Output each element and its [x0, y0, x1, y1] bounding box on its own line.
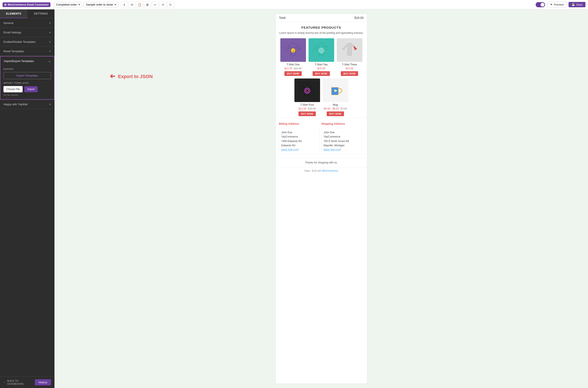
chevron-up-icon: [48, 60, 51, 62]
arrow-left-icon: ←: [3, 381, 6, 384]
product-price-2: $15.00: [308, 67, 334, 70]
product-card-3: T-Shirt Three $15.00 BUY NOW: [337, 38, 362, 76]
sidebar-bottom: ← BACK TO DASHBOARD History: [0, 376, 54, 388]
undo-icon-btn[interactable]: ↩: [152, 1, 158, 8]
total-label: Total:: [279, 16, 286, 20]
featured-title: FEATURED PRODUCTS: [279, 26, 364, 29]
product-image-4: [294, 78, 320, 102]
shipping-title: Shipping Address: [321, 121, 362, 126]
product-name-3: T-Shirt Three: [337, 63, 362, 66]
no-file-label: No file chosen: [3, 94, 51, 96]
billing-address-block: Billing Address John Doe YayCommerce 740…: [279, 121, 321, 154]
billing-address-box: John Doe YayCommerce 7400 Edwards Rd Edw…: [279, 128, 320, 154]
product-price-3: $15.00: [337, 67, 362, 70]
section-general-label: General: [3, 21, 13, 24]
product-card-4: T-Shirt Four $12.00 $15.00 BUY NOW: [294, 78, 320, 116]
section-enable-disable[interactable]: Enable/Disable Templates: [0, 37, 54, 47]
refresh-icon-btn[interactable]: ↻: [167, 1, 174, 8]
brand-name: WooCommerce Email Customizer: [8, 3, 49, 6]
toggle-switch[interactable]: [536, 2, 545, 7]
sample-order-select[interactable]: Sample order to show: [84, 2, 118, 7]
copy-icon-btn[interactable]: 📋: [136, 1, 143, 8]
import-file-row: Choose File Import: [3, 86, 51, 92]
history-button[interactable]: History: [35, 379, 51, 386]
products-grid: 🎸 T-Shirt One $12.00 $15.00 BUY NOW: [276, 37, 367, 118]
save-icon: 💾: [571, 3, 575, 6]
svg-point-2: [319, 48, 324, 53]
redo-icon-btn[interactable]: ↺: [159, 1, 166, 8]
section-happy-yaymail-label: Happy with YayMail: [3, 103, 28, 106]
buy-now-btn-2[interactable]: BUY NOW: [313, 71, 330, 76]
save-button[interactable]: 💾 Save: [568, 2, 586, 7]
product-name-2: T-Shirt Two: [308, 63, 334, 66]
billing-name: John Doe: [281, 130, 317, 135]
annotation-text: Export to JSON: [118, 74, 153, 79]
footer-text: Saga - Built with: [304, 170, 321, 172]
section-happy-yaymail[interactable]: Happy with YayMail: [0, 100, 54, 109]
total-row: Total: $18.00: [276, 14, 367, 22]
shipping-address-block: Shipping Address John Doe YayCommerce 75…: [321, 121, 364, 154]
product-image-1: 🎸: [280, 38, 306, 62]
buy-now-btn-4[interactable]: BUY NOW: [299, 111, 316, 116]
chevron-down-icon: [49, 31, 51, 34]
save-label: Save: [576, 3, 583, 6]
section-import-export-header[interactable]: Import/Export Templates: [0, 56, 54, 66]
sidebar-tabs: ELEMENTS SETTINGS: [0, 9, 54, 18]
product-image-3: [337, 38, 362, 62]
import-button[interactable]: Import: [24, 86, 38, 92]
section-import-export: Import/Export Templates EXPORT Export Te…: [0, 56, 54, 100]
shipping-name: John Doe: [324, 130, 360, 135]
content-area: ➜ Export to JSON Total: $18.00 FEATURED …: [54, 9, 588, 388]
chevron-down-icon: [49, 41, 51, 43]
section-import-export-label: Import/Export Templates: [4, 59, 34, 63]
annotation-arrow: ➜: [109, 73, 115, 81]
import-section-label: IMPORT TEMPLATES: [3, 82, 51, 84]
address-section: Billing Address John Doe YayCommerce 740…: [276, 118, 367, 158]
shipping-phone[interactable]: (910) 529-1147: [324, 148, 341, 151]
product-card-2: T-Shirt Two $15.00 BUY NOW: [308, 38, 334, 76]
preview-button[interactable]: 👁 Preview: [547, 2, 566, 7]
info-icon-btn[interactable]: ℹ: [121, 1, 128, 8]
billing-phone[interactable]: (910) 529-1147: [281, 148, 299, 151]
choose-file-button[interactable]: Choose File: [3, 86, 23, 92]
thanks-row: Thanks for shopping with us.: [276, 158, 367, 167]
tab-settings[interactable]: SETTINGS: [27, 9, 55, 18]
featured-section: FEATURED PRODUCTS Lorem Ipsum is simply …: [276, 22, 367, 37]
section-email-settings[interactable]: Email Settings: [0, 28, 54, 37]
product-name-1: T-Shirt One: [280, 63, 306, 66]
billing-address2: Edwards Rd: [281, 143, 317, 147]
shipping-company: YayCommerce: [324, 135, 360, 139]
email-icon-btn[interactable]: ✉: [129, 1, 135, 8]
billing-title: Billing Address: [279, 121, 320, 126]
svg-text:🎸: 🎸: [292, 49, 296, 52]
brand-logo: ⊞ WooCommerce Email Customizer: [2, 2, 50, 7]
buy-now-btn-3[interactable]: BUY NOW: [341, 71, 358, 76]
product-price-5: $5.00 - $6.00 $7.00: [323, 107, 348, 110]
section-reset-templates[interactable]: Reset Templates: [0, 47, 54, 56]
buy-now-btn-1[interactable]: BUY NOW: [284, 71, 302, 76]
section-reset-templates-label: Reset Templates: [3, 50, 24, 53]
shipping-address2: Mayville, Michigan: [324, 143, 360, 147]
back-dashboard-label: BACK TO DASHBOARD: [7, 379, 35, 386]
sidebar: ELEMENTS SETTINGS General Email Settings…: [0, 9, 54, 388]
shipping-address-box: John Doe YayCommerce 755 E North Grove R…: [321, 128, 362, 154]
order-type-select[interactable]: Completed order: [54, 2, 82, 7]
grid-icon: ⊞: [4, 3, 6, 6]
section-enable-disable-label: Enable/Disable Templates: [3, 40, 36, 43]
tab-elements[interactable]: ELEMENTS: [0, 9, 27, 18]
product-price-4: $12.00 $15.00: [294, 107, 320, 110]
product-card-1: 🎸 T-Shirt One $12.00 $15.00 BUY NOW: [280, 38, 306, 76]
eye-icon: 👁: [550, 3, 553, 6]
delete-icon-btn[interactable]: 🗑: [144, 1, 151, 8]
total-value: $18.00: [354, 16, 364, 20]
section-general[interactable]: General: [0, 18, 54, 28]
product-image-5: [323, 78, 348, 102]
export-templates-button[interactable]: Export Templates: [3, 72, 51, 79]
back-to-dashboard-button[interactable]: ← BACK TO DASHBOARD: [3, 379, 35, 386]
buy-now-btn-5[interactable]: BUY NOW: [327, 111, 344, 116]
preview-label: Preview: [554, 3, 564, 6]
billing-company: YayCommerce: [281, 135, 317, 139]
product-card-5: Mug $5.00 - $6.00 $7.00 BUY NOW: [323, 78, 348, 116]
footer-link[interactable]: WooCommerce: [322, 170, 338, 172]
export-section-label: EXPORT: [3, 68, 51, 70]
